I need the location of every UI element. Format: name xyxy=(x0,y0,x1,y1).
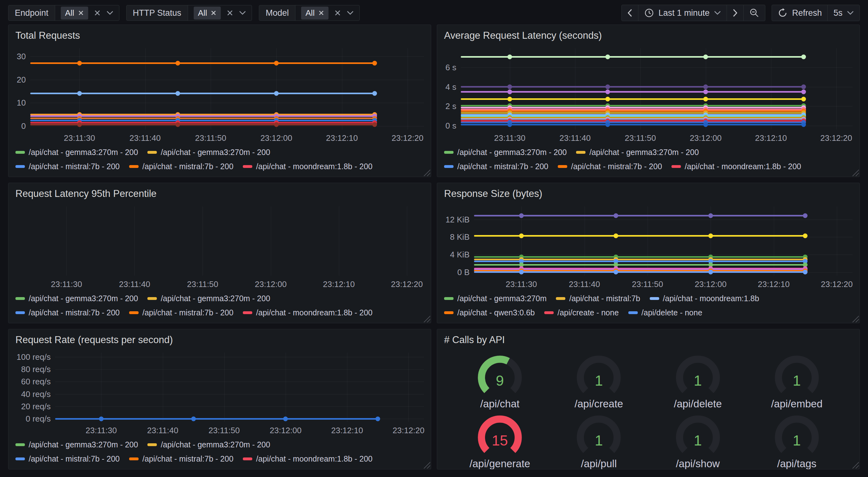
legend-label: /api/chat - mistral:7b - 200 xyxy=(29,454,120,464)
time-range-picker[interactable]: Last 1 minute xyxy=(639,5,727,21)
legend-item[interactable]: /api/chat - gemma3:270m - 200 xyxy=(16,294,138,303)
plot-area[interactable] xyxy=(461,48,852,129)
remove-chip-icon[interactable] xyxy=(211,10,216,16)
legend-item[interactable]: /api/chat - moondream:1.8b - 200 xyxy=(243,308,373,317)
filter-chip[interactable]: All xyxy=(61,7,88,20)
x-tick-label: 23:12:20 xyxy=(821,279,852,289)
chevron-down-icon[interactable] xyxy=(347,11,354,15)
filter-model-value[interactable]: All xyxy=(296,5,359,21)
plot-area[interactable] xyxy=(474,206,852,276)
filter-model-label[interactable]: Model xyxy=(259,5,296,21)
series-line xyxy=(461,91,804,93)
filter-chip[interactable]: All xyxy=(194,7,221,20)
h-gridline xyxy=(474,237,852,237)
legend-row: /api/chat - qwen3:0.6b/api/create - none… xyxy=(444,308,852,317)
legend-item[interactable]: /api/chat - gemma3:270m xyxy=(444,294,547,303)
remove-chip-icon[interactable] xyxy=(318,10,324,16)
legend-item[interactable]: /api/chat - qwen3:0.6b xyxy=(444,308,535,317)
legend-swatch xyxy=(16,165,25,168)
legend-item[interactable]: /api/chat - mistral:7b - 200 xyxy=(444,162,548,171)
legend-item[interactable]: /api/chat - gemma3:270m - 200 xyxy=(576,148,699,157)
h-gridline xyxy=(55,394,424,394)
series-point xyxy=(801,55,806,59)
filter-chip[interactable]: All xyxy=(301,7,329,20)
panel-title[interactable]: Total Requests xyxy=(16,30,424,41)
panel-title[interactable]: # Calls by API xyxy=(444,334,852,346)
refresh-interval-picker[interactable]: 5s xyxy=(828,5,860,21)
plot-area[interactable] xyxy=(30,48,424,129)
legend-item[interactable]: /api/chat - gemma3:270m - 200 xyxy=(16,148,138,157)
series-line xyxy=(474,264,805,266)
series-point xyxy=(176,91,180,96)
legend-item[interactable]: /api/chat - gemma3:270m - 200 xyxy=(444,148,567,157)
clear-filter-icon[interactable] xyxy=(334,9,341,17)
chevron-left-icon xyxy=(627,9,632,17)
y-tick-label: 10 xyxy=(17,98,26,108)
time-back-button[interactable] xyxy=(622,5,639,21)
legend-item[interactable]: /api/chat - mistral:7b - 200 xyxy=(16,162,120,171)
series-point xyxy=(801,84,806,89)
panel-request-latency-p95: Request Latency 95th Percentile 23:11:30… xyxy=(8,183,431,323)
gauge: 15/api/generate xyxy=(451,414,549,470)
series-point xyxy=(274,122,279,127)
x-tick-label: 23:11:30 xyxy=(64,133,95,143)
h-gridline xyxy=(55,357,424,357)
series-point xyxy=(507,84,512,89)
legend-swatch xyxy=(650,297,659,300)
legend-item[interactable]: /api/chat - mistral:7b - 200 xyxy=(558,162,662,171)
legend-item[interactable]: /api/chat - gemma3:270m - 200 xyxy=(147,294,270,303)
panel-title[interactable]: Response Size (bytes) xyxy=(444,188,852,200)
x-tick-label: 23:11:50 xyxy=(209,426,240,436)
series-line xyxy=(474,256,805,258)
remove-chip-icon[interactable] xyxy=(78,10,84,16)
filter-endpoint-value[interactable]: All xyxy=(55,5,119,21)
chip-label: All xyxy=(306,8,315,18)
chevron-down-icon[interactable] xyxy=(106,11,113,15)
series-point xyxy=(703,122,708,127)
zoom-out-button[interactable] xyxy=(744,5,765,21)
time-forward-button[interactable] xyxy=(727,5,744,21)
x-tick-label: 23:11:50 xyxy=(187,279,218,289)
y-tick-label: 100 req/s xyxy=(17,352,51,362)
legend-swatch xyxy=(16,151,25,154)
series-point xyxy=(703,55,708,59)
chevron-down-icon[interactable] xyxy=(239,11,246,15)
legend-item[interactable]: /api/chat - mistral:7b - 200 xyxy=(16,454,120,464)
panel-title[interactable]: Request Rate (requests per second) xyxy=(16,334,424,346)
gauge-arc: 9 xyxy=(470,354,529,397)
legend-item[interactable]: /api/chat - moondream:1.8b - 200 xyxy=(243,454,373,464)
legend-item[interactable]: /api/chat - mistral:7b - 200 xyxy=(129,308,234,317)
panel-title[interactable]: Average Request Latency (seconds) xyxy=(444,30,852,41)
legend-item[interactable]: /api/delete - none xyxy=(628,308,702,317)
legend-item[interactable]: /api/chat - mistral:7b xyxy=(556,294,640,303)
filter-endpoint-label[interactable]: Endpoint xyxy=(8,5,55,21)
plot-area[interactable] xyxy=(55,353,424,422)
filter-http-status-value[interactable]: All xyxy=(188,5,252,21)
legend-item[interactable]: /api/chat - gemma3:270m - 200 xyxy=(16,440,138,449)
legend-item[interactable]: /api/chat - moondream:1.8b - 200 xyxy=(243,162,373,171)
legend-item[interactable]: /api/chat - gemma3:270m - 200 xyxy=(147,440,270,449)
series-point xyxy=(801,97,806,101)
series-line xyxy=(461,107,804,109)
dashboard-toolbar: Endpoint All HTTP Status All xyxy=(0,0,868,25)
panel-title[interactable]: Request Latency 95th Percentile xyxy=(16,188,424,200)
legend-item[interactable]: /api/chat - moondream:1.8b xyxy=(650,294,760,303)
y-tick-label: 40 req/s xyxy=(21,389,51,399)
legend-item[interactable]: /api/create - none xyxy=(544,308,619,317)
clear-filter-icon[interactable] xyxy=(94,9,101,17)
x-tick-label: 23:12:00 xyxy=(270,426,301,436)
legend-label: /api/chat - moondream:1.8b - 200 xyxy=(256,308,373,317)
legend-item[interactable]: /api/chat - gemma3:270m - 200 xyxy=(147,148,270,157)
refresh-button[interactable]: Refresh xyxy=(772,5,828,21)
series-point xyxy=(507,89,512,94)
legend-item[interactable]: /api/chat - mistral:7b - 200 xyxy=(16,308,120,317)
legend-label: /api/chat - moondream:1.8b xyxy=(663,294,760,303)
legend-item[interactable]: /api/chat - mistral:7b - 200 xyxy=(129,454,234,464)
legend-item[interactable]: /api/chat - moondream:1.8b - 200 xyxy=(672,162,801,171)
plot-area[interactable] xyxy=(16,206,424,276)
clear-filter-icon[interactable] xyxy=(226,9,234,17)
legend-label: /api/chat - gemma3:270m - 200 xyxy=(161,148,270,157)
series-point xyxy=(605,55,610,59)
filter-http-status-label[interactable]: HTTP Status xyxy=(127,5,188,21)
legend-item[interactable]: /api/chat - mistral:7b - 200 xyxy=(129,162,234,171)
